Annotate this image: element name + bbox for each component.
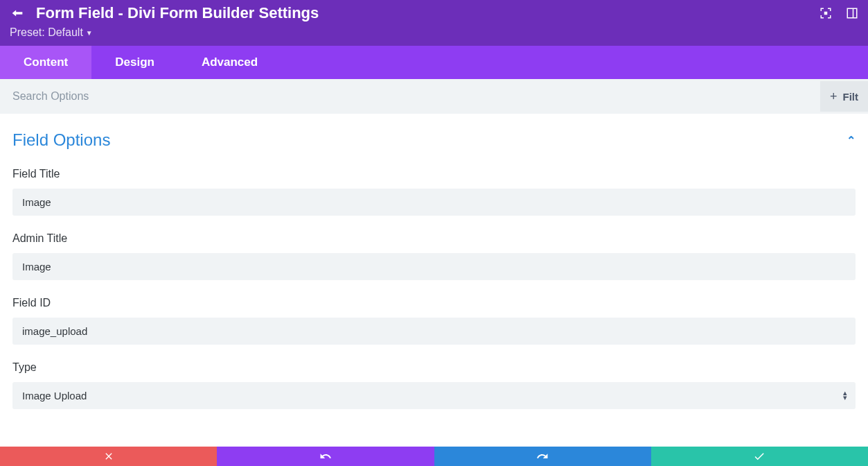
modal-title: Form Field - Divi Form Builder Settings (36, 4, 319, 22)
admin-title-input[interactable] (12, 253, 856, 280)
search-bar: + Filt (0, 79, 868, 114)
plus-icon: + (830, 90, 838, 103)
type-label: Type (12, 361, 856, 374)
focus-icon[interactable] (820, 7, 832, 19)
section-title: Field Options (12, 130, 110, 150)
header-left: Form Field - Divi Form Builder Settings (10, 4, 319, 22)
field-title-input[interactable] (12, 189, 856, 216)
field-id-label: Field ID (12, 297, 856, 309)
admin-title-group: Admin Title (12, 232, 856, 280)
filter-button[interactable]: + Filt (820, 81, 868, 112)
svg-rect-1 (847, 8, 857, 18)
tab-bar: Content Design Advanced (0, 46, 868, 79)
field-title-group: Field Title (12, 168, 856, 216)
svg-rect-0 (825, 12, 827, 15)
tab-content[interactable]: Content (0, 46, 91, 79)
tab-advanced[interactable]: Advanced (178, 46, 281, 79)
preset-label: Preset: Default (10, 26, 83, 39)
snap-icon[interactable] (846, 7, 858, 19)
type-select[interactable]: Image Upload (12, 382, 856, 409)
header-actions (820, 7, 858, 19)
search-input[interactable] (12, 90, 820, 103)
save-button[interactable] (651, 447, 868, 466)
back-icon[interactable] (10, 6, 25, 21)
preset-dropdown[interactable]: Preset: Default ▼ (10, 26, 858, 39)
undo-button[interactable] (217, 447, 434, 466)
chevron-down-icon: ▼ (86, 29, 93, 37)
field-id-group: Field ID (12, 297, 856, 345)
section-header[interactable]: Field Options ⌃ (12, 130, 856, 150)
field-id-input[interactable] (12, 318, 856, 345)
content-area: Field Options ⌃ Field Title Admin Title … (0, 114, 868, 447)
chevron-up-icon[interactable]: ⌃ (847, 134, 856, 147)
redo-button[interactable] (434, 447, 651, 466)
type-group: Type Image Upload ▴▾ (12, 361, 856, 409)
field-title-label: Field Title (12, 168, 856, 180)
filter-label: Filt (843, 91, 859, 103)
type-select-wrap: Image Upload ▴▾ (12, 382, 856, 409)
modal-header: Form Field - Divi Form Builder Settings … (0, 0, 868, 46)
footer-bar (0, 447, 868, 466)
header-top-row: Form Field - Divi Form Builder Settings (10, 4, 858, 22)
tab-design[interactable]: Design (91, 46, 178, 79)
admin-title-label: Admin Title (12, 232, 856, 245)
cancel-button[interactable] (0, 447, 217, 466)
